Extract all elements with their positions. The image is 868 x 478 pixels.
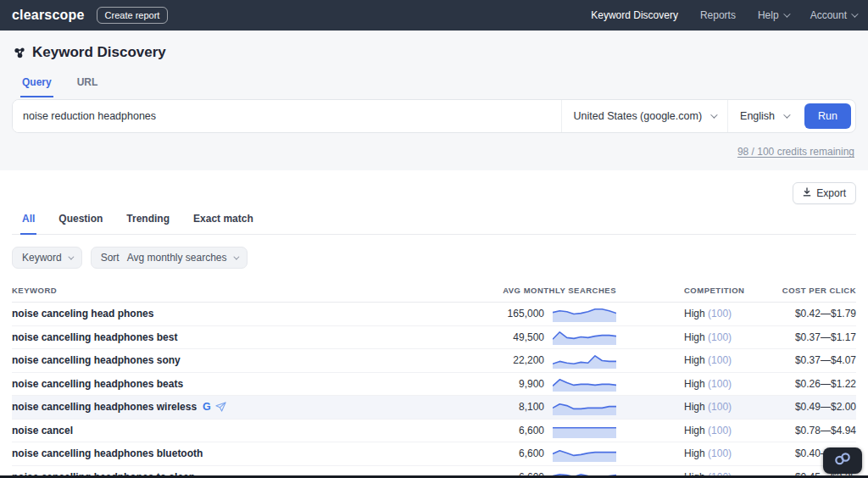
keyword-table: KEYWORD AVG MONTHLY SEARCHES COMPETITION… — [12, 279, 856, 478]
keyword-text[interactable]: noise cancelling headphones sony — [12, 354, 181, 366]
competition-value: High (100) — [632, 447, 733, 459]
col-header-keyword: KEYWORD — [12, 279, 470, 302]
competition-value: High (100) — [632, 378, 733, 390]
table-row[interactable]: noise cancelling headphones sony G 22,20… — [12, 349, 856, 373]
keyword-text[interactable]: noise cancelling headphones beats — [12, 378, 183, 390]
cost-per-click-value: $0.78—$4.94 — [733, 425, 856, 436]
top-navbar: clearscope Create report Keyword Discove… — [0, 0, 868, 31]
table-row[interactable]: noise canceling head phones G 165,000 Hi… — [12, 303, 856, 326]
col-header-competition: COMPETITION — [632, 279, 733, 302]
sort-button[interactable]: Sort Avg monthly searches — [91, 247, 248, 269]
link-icon — [833, 452, 852, 470]
chevron-down-icon — [710, 111, 717, 118]
tab-exact-match[interactable]: Exact match — [192, 206, 255, 235]
keyword-text[interactable]: noise canceling head phones — [12, 308, 153, 320]
export-button[interactable]: Export — [793, 182, 856, 204]
table-row[interactable]: noise cancel G 6,600 High (100) $0.78—$4… — [12, 420, 856, 443]
query-section: Keyword Discovery Query URL United State… — [0, 31, 868, 170]
tab-question[interactable]: Question — [57, 206, 104, 235]
link-overlay-badge[interactable] — [823, 447, 862, 474]
language-select[interactable]: English — [727, 100, 800, 132]
trend-sparkline — [553, 329, 616, 345]
keyword-filter-button[interactable]: Keyword — [12, 247, 82, 269]
avg-monthly-searches-value: 49,500 — [470, 331, 553, 343]
avg-monthly-searches-value: 6,600 — [470, 447, 553, 459]
tab-trending[interactable]: Trending — [125, 206, 171, 235]
chevron-down-icon — [233, 253, 239, 259]
page-title: Keyword Discovery — [32, 44, 166, 61]
result-tabs: All Question Trending Exact match — [12, 206, 856, 235]
cost-per-click-value: $0.49—$2.00 — [733, 401, 856, 413]
trend-sparkline — [553, 353, 616, 369]
nav-link-reports[interactable]: Reports — [700, 9, 736, 21]
search-input[interactable] — [13, 100, 561, 132]
nav-link-account[interactable]: Account — [810, 9, 856, 21]
table-row[interactable]: noise cancelling headphones beats G 9,90… — [12, 373, 856, 397]
chevron-down-icon — [851, 10, 858, 17]
avg-monthly-searches-value: 8,100 — [470, 401, 553, 413]
competition-value: High (100) — [632, 331, 733, 343]
nav-links: Keyword Discovery Reports Help Account — [591, 9, 856, 21]
keyword-text[interactable]: noise cancelling headphones wireless — [12, 401, 197, 413]
keyword-text[interactable]: noise cancelling headphones best — [12, 331, 177, 343]
trend-sparkline — [553, 399, 616, 415]
keyword-discovery-icon — [14, 47, 26, 59]
query-tabs: Query URL — [12, 71, 856, 97]
filter-row: Keyword Sort Avg monthly searches — [12, 235, 856, 279]
table-row[interactable]: noise cancelling headphones bluetooth G … — [12, 442, 856, 466]
keyword-text[interactable]: noise cancel — [12, 425, 73, 436]
trend-sparkline — [553, 306, 616, 322]
competition-value: High (100) — [632, 354, 733, 366]
tab-all[interactable]: All — [20, 206, 36, 235]
clearscope-logo[interactable]: clearscope — [12, 8, 85, 23]
nav-link-help[interactable]: Help — [758, 9, 788, 21]
cost-per-click-value: $0.26—$1.22 — [733, 378, 856, 390]
trend-sparkline — [553, 375, 616, 392]
avg-monthly-searches-value: 6,600 — [470, 425, 553, 436]
results-section: Export All Question Trending Exact match… — [0, 170, 868, 478]
tab-url[interactable]: URL — [75, 71, 100, 97]
cost-per-click-value: $0.42—$1.79 — [733, 308, 856, 320]
table-body: noise canceling head phones G 165,000 Hi… — [12, 303, 856, 478]
table-row[interactable]: noise cancelling headphones wireless G 8… — [12, 396, 856, 420]
chevron-down-icon — [68, 253, 74, 259]
col-header-avg-monthly-searches: AVG MONTHLY SEARCHES — [470, 279, 632, 302]
competition-value: High (100) — [632, 425, 733, 436]
country-select[interactable]: United States (google.com) — [561, 100, 727, 132]
trend-sparkline — [553, 422, 616, 438]
competition-value: High (100) — [632, 401, 733, 413]
create-report-button[interactable]: Create report — [97, 7, 169, 24]
credits-remaining-link[interactable]: 98 / 100 credits remaining — [737, 146, 854, 158]
run-button[interactable]: Run — [804, 103, 851, 129]
avg-monthly-searches-value: 9,900 — [470, 378, 553, 390]
download-icon — [803, 187, 811, 199]
tab-query[interactable]: Query — [20, 71, 53, 97]
cost-per-click-value: $0.37—$1.17 — [733, 331, 856, 343]
table-header: KEYWORD AVG MONTHLY SEARCHES COMPETITION… — [12, 279, 856, 303]
col-header-cost-per-click: COST PER CLICK — [733, 279, 856, 302]
table-row[interactable]: noise cancelling headphones best G 49,50… — [12, 326, 856, 350]
avg-monthly-searches-value: 22,200 — [470, 354, 553, 366]
competition-value: High (100) — [632, 308, 733, 320]
google-icon[interactable]: G — [203, 401, 211, 413]
avg-monthly-searches-value: 165,000 — [470, 308, 553, 320]
nav-link-keyword-discovery[interactable]: Keyword Discovery — [591, 9, 678, 21]
send-icon[interactable] — [215, 402, 226, 412]
search-card: United States (google.com) English Run — [12, 99, 856, 133]
chevron-down-icon — [783, 10, 790, 17]
keyword-text[interactable]: noise cancelling headphones bluetooth — [12, 447, 203, 459]
trend-sparkline — [553, 446, 616, 462]
cost-per-click-value: $0.37—$4.07 — [733, 354, 856, 366]
chevron-down-icon — [783, 111, 790, 118]
